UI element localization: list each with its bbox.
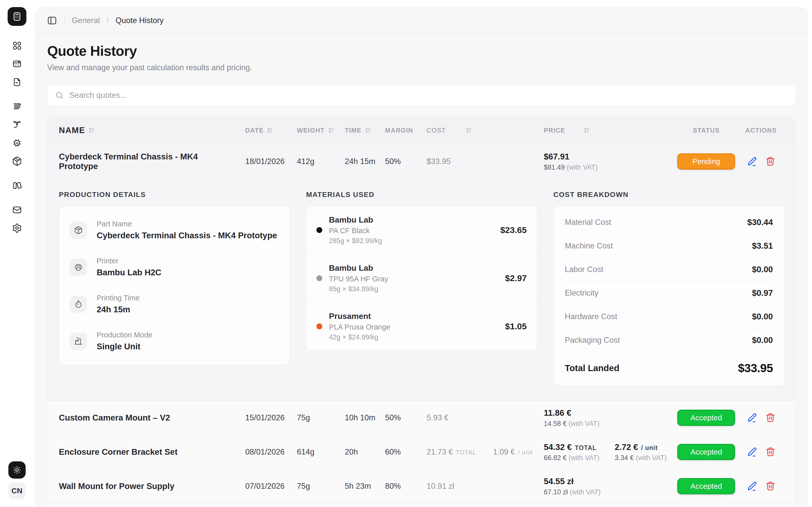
breadcrumb-section[interactable]: General [72, 16, 100, 25]
material-formula: 42g × $24.99/kg [329, 333, 390, 341]
material-formula: 285g × $82.99/kg [329, 237, 382, 245]
header-divider [64, 16, 65, 25]
search-bar [47, 84, 796, 106]
cost-label: Hardware Cost [565, 312, 617, 321]
chevron-right-icon [104, 17, 111, 24]
main-panel: General Quote History Quote History View… [36, 8, 808, 507]
sidebar-toggle-button[interactable] [47, 15, 57, 25]
breadcrumb-page: Quote History [115, 16, 164, 25]
quote-weight: 75g [297, 413, 345, 422]
sidebar-item-documents[interactable] [9, 73, 26, 91]
sidebar-item-electronics[interactable] [9, 134, 26, 152]
sort-icon [267, 127, 273, 133]
page-content: Quote History View and manage your past … [36, 33, 807, 507]
detail-value: 24h 15m [97, 305, 140, 314]
sidebar-item-dashboard[interactable] [9, 37, 26, 55]
calculator-icon [12, 11, 22, 21]
cost-value: 10.91 zł [426, 482, 454, 491]
quote-row[interactable]: Replacement Knob – CNC Controller 07/01/… [47, 503, 796, 507]
column-header-margin: MARGIN [385, 127, 427, 134]
column-header-name[interactable]: NAME [59, 125, 245, 135]
cost-value: $0.00 [752, 265, 773, 274]
cost-label: Packaging Cost [565, 336, 620, 345]
printer-nozzle-icon [12, 120, 22, 130]
material-name: PLA Prusa Orange [329, 323, 390, 331]
material-color-dot [316, 275, 322, 281]
sort-icon [466, 127, 472, 133]
edit-button[interactable] [746, 481, 757, 492]
search-input[interactable] [69, 91, 788, 100]
edit-button[interactable] [746, 156, 757, 167]
sidebar-item-mail[interactable] [9, 201, 26, 219]
quote-date: 15/01/2026 [245, 413, 297, 422]
keypad-calculator-icon [12, 59, 22, 69]
price-group: 2.72 €/ unit3.34 € (with VAT) [615, 442, 667, 462]
status-badge[interactable]: Accepted [677, 410, 735, 426]
sidebar: CN [0, 0, 34, 507]
material-item: Bambu LabTPU 95A HF Gray85g × $34.99/kg … [306, 254, 537, 302]
sidebar-item-printer[interactable] [9, 116, 26, 134]
column-header-date[interactable]: DATE [245, 127, 297, 134]
sidebar-item-filament[interactable] [9, 97, 26, 116]
column-header-weight[interactable]: WEIGHT [297, 127, 345, 134]
quote-cost: $33.95 [426, 157, 544, 166]
quote-row[interactable]: Wall Mount for Power Supply 07/01/2026 7… [47, 469, 796, 503]
cost-breakdown-row: Labor Cost $0.00 [565, 258, 773, 281]
quote-row[interactable]: Enclosure Corner Bracket Set 08/01/2026 … [47, 435, 796, 469]
edit-button[interactable] [746, 446, 757, 458]
material-price: $2.97 [505, 273, 527, 283]
sidebar-item-calculator[interactable] [9, 55, 26, 73]
quote-date: 18/01/2026 [245, 157, 297, 166]
production-detail-item: PrinterBambu Lab H2C [70, 248, 279, 285]
sort-icon [365, 127, 371, 133]
column-header-price[interactable]: PRICE [544, 127, 675, 134]
detail-label: Printer [97, 257, 161, 265]
detail-value: Cyberdeck Terminal Chassis - MK4 Prototy… [97, 231, 277, 240]
quote-name: Enclosure Corner Bracket Set [59, 447, 245, 457]
quote-row[interactable]: Cyberdeck Terminal Chassis - MK4 Prototy… [47, 144, 796, 179]
edit-button[interactable] [746, 412, 757, 424]
quote-weight: 412g [297, 157, 345, 166]
sidebar-item-library[interactable] [9, 176, 26, 195]
price-group: 54.32 €TOTAL66.82 € (with VAT) [544, 442, 600, 462]
delete-button[interactable] [765, 481, 776, 491]
theme-toggle-button[interactable] [8, 461, 26, 478]
quote-margin: 60% [385, 447, 427, 457]
cost-breakdown-row: Material Cost $30.44 [565, 211, 773, 234]
material-price: $1.05 [505, 322, 527, 331]
column-header-cost[interactable]: COST [426, 127, 544, 134]
delete-button[interactable] [765, 412, 776, 423]
price-group: 11.86 €14.58 € (with VAT) [544, 408, 600, 428]
quote-weight: 614g [297, 447, 345, 457]
cost-value: 1.09 €/ unit [493, 447, 532, 457]
cost-label: Electricity [565, 288, 599, 298]
avatar[interactable]: CN [8, 482, 26, 499]
column-header-actions: ACTIONS [738, 127, 784, 134]
sidebar-item-settings[interactable] [9, 219, 26, 237]
cost-value: $0.00 [752, 335, 773, 345]
status-badge[interactable]: Accepted [677, 478, 735, 494]
quote-price: 11.86 €14.58 € (with VAT) [544, 408, 675, 428]
quote-price: 54.32 €TOTAL66.82 € (with VAT)2.72 €/ un… [544, 442, 675, 462]
production-detail-item: Printing Time24h 15m [70, 285, 279, 323]
sort-icon [328, 127, 335, 133]
quote-cost: 21.73 €TOTAL1.09 €/ unit [426, 447, 544, 457]
sidebar-item-packages[interactable] [9, 152, 26, 170]
quote-row[interactable]: Custom Camera Mount – V2 15/01/2026 75g … [47, 400, 796, 435]
mail-icon [12, 205, 22, 215]
sidebar-bottom: CN [8, 461, 26, 499]
price-group: 54.55 zł67.10 zł (with VAT) [544, 476, 601, 496]
material-name: PA CF Black [329, 227, 382, 235]
package-icon [70, 222, 87, 239]
detail-label: Part Name [97, 220, 277, 228]
delete-button[interactable] [765, 156, 776, 167]
status-badge[interactable]: Accepted [677, 444, 735, 460]
cost-value: $0.00 [752, 312, 773, 322]
production-detail-item: Part NameCyberdeck Terminal Chassis - MK… [70, 212, 279, 248]
status-badge[interactable]: Pending [677, 153, 735, 170]
column-header-time[interactable]: TIME [345, 127, 385, 134]
cost-value: $30.44 [747, 218, 773, 227]
app-logo[interactable] [8, 7, 27, 26]
library-icon [12, 180, 22, 191]
delete-button[interactable] [765, 446, 776, 457]
